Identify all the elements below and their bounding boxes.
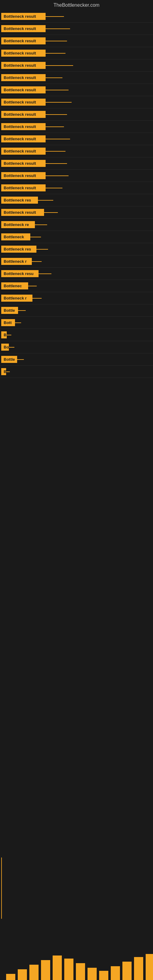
- bottleneck-bar-3: Bottleneck result: [1, 49, 152, 57]
- bar-line-18: [30, 237, 41, 237]
- bottleneck-label-20: Bottleneck r: [1, 258, 32, 265]
- bar-line-24: [18, 310, 26, 311]
- bottleneck-bar-14: Bottleneck result: [1, 185, 152, 191]
- bottleneck-label-0: Bottleneck result: [1, 13, 46, 20]
- bottleneck-label-15: Bottleneck res: [1, 197, 38, 204]
- bar-line-17: [35, 224, 47, 225]
- result-row-7: Bottleneck result: [0, 96, 153, 108]
- result-row-9: Bottleneck result: [0, 121, 153, 133]
- bar-line-20: [32, 261, 41, 262]
- bottleneck-label-16: Bottleneck result: [1, 209, 44, 216]
- result-row-17: Bottleneck re: [0, 219, 153, 231]
- result-row-13: Bottleneck result: [0, 170, 153, 182]
- bar-line-21: [38, 274, 51, 274]
- bar-line-29: [6, 371, 10, 372]
- bottleneck-bar-20: Bottleneck r: [1, 258, 152, 265]
- bar-line-7: [46, 102, 72, 103]
- bottleneck-label-22: Bottlenec: [1, 282, 28, 290]
- bottleneck-bar-16: Bottleneck result: [1, 209, 152, 216]
- bottleneck-bar-2: Bottleneck result: [1, 37, 152, 45]
- result-row-18: Bottleneck: [0, 231, 153, 243]
- result-row-16: Bottleneck result: [0, 207, 153, 219]
- chart-bar-7: [88, 968, 97, 980]
- bar-line-12: [46, 163, 67, 164]
- bar-line-0: [46, 16, 64, 17]
- bottleneck-bar-0: Bottleneck result: [1, 13, 152, 20]
- bottleneck-label-23: Bottleneck r: [1, 294, 32, 302]
- bottleneck-bar-23: Bottleneck r: [1, 294, 152, 302]
- result-row-4: Bottleneck result: [0, 59, 153, 72]
- bottleneck-label-1: Bottleneck result: [1, 25, 46, 32]
- chart-bar-1: [18, 969, 27, 980]
- bar-line-8: [46, 114, 67, 115]
- bottleneck-bar-19: Bottleneck res: [1, 246, 152, 253]
- bar-line-5: [46, 78, 62, 78]
- result-row-2: Bottleneck result: [0, 35, 153, 47]
- result-row-15: Bottleneck res: [0, 194, 153, 207]
- bottleneck-label-18: Bottleneck: [1, 233, 30, 240]
- result-row-24: Bottle: [0, 304, 153, 317]
- result-row-22: Bottlenec: [0, 280, 153, 292]
- bottleneck-bar-22: Bottlenec: [1, 282, 152, 290]
- bottleneck-label-5: Bottleneck result: [1, 74, 46, 81]
- bar-line-16: [44, 212, 58, 213]
- result-row-23: Bottleneck r: [0, 292, 153, 304]
- chart-bar-6: [76, 963, 85, 980]
- bar-line-6: [46, 90, 69, 90]
- chart-bar-12: [146, 954, 153, 980]
- result-row-8: Bottleneck result: [0, 108, 153, 121]
- bar-line-27: [9, 347, 14, 348]
- bottleneck-bar-15: Bottleneck res: [1, 197, 152, 204]
- bottleneck-label-13: Bottleneck result: [1, 172, 46, 179]
- bar-line-2: [46, 41, 67, 41]
- chart-bar-4: [53, 956, 62, 980]
- bar-line-9: [46, 126, 64, 127]
- bottleneck-label-3: Bottleneck result: [1, 49, 46, 57]
- result-row-0: Bottleneck result: [0, 10, 153, 23]
- bottleneck-label-6: Bottleneck result: [1, 86, 46, 94]
- result-row-3: Bottleneck result: [0, 47, 153, 59]
- result-row-20: Bottleneck r: [0, 255, 153, 268]
- bottleneck-label-25: Bott: [1, 319, 15, 326]
- bar-line-23: [32, 298, 41, 299]
- bottleneck-bar-5: Bottleneck result: [1, 74, 152, 81]
- bottleneck-bar-28: Bottle: [1, 356, 152, 363]
- bar-line-14: [46, 188, 62, 188]
- result-row-21: Bottleneck resu: [0, 268, 153, 280]
- bottleneck-bar-21: Bottleneck resu: [1, 270, 152, 277]
- chart-bar-0: [6, 974, 15, 980]
- bottleneck-label-12: Bottleneck result: [1, 160, 46, 167]
- bar-line-4: [46, 65, 73, 66]
- bottleneck-bar-18: Bottleneck: [1, 233, 152, 240]
- bottleneck-bar-11: Bottleneck result: [1, 148, 152, 155]
- bottleneck-label-17: Bottleneck re: [1, 221, 35, 228]
- bottleneck-bar-24: Bottle: [1, 307, 152, 314]
- chart-bar-5: [64, 959, 73, 980]
- bottleneck-label-9: Bottleneck result: [1, 123, 46, 130]
- result-row-27: Bo: [0, 341, 153, 353]
- bottleneck-bar-25: Bott: [1, 319, 152, 326]
- bottleneck-label-27: Bo: [1, 344, 9, 351]
- bar-line-3: [46, 53, 65, 54]
- bar-line-10: [46, 139, 70, 139]
- site-title: TheBottlenecker.com: [0, 0, 153, 10]
- result-row-26: B: [0, 329, 153, 341]
- bottleneck-label-7: Bottleneck result: [1, 99, 46, 106]
- chart-bar-9: [111, 966, 120, 980]
- chart-bar-8: [99, 971, 108, 980]
- bottleneck-bar-6: Bottleneck result: [1, 86, 152, 94]
- chart-bar-10: [123, 962, 132, 980]
- bottleneck-label-29: B: [1, 368, 6, 375]
- bottleneck-label-26: B: [1, 331, 7, 339]
- bottleneck-label-21: Bottleneck resu: [1, 270, 38, 277]
- result-row-1: Bottleneck result: [0, 23, 153, 35]
- bottleneck-bar-12: Bottleneck result: [1, 160, 152, 167]
- result-row-25: Bott: [0, 317, 153, 329]
- bottleneck-bar-4: Bottleneck result: [1, 62, 152, 69]
- bottleneck-bar-17: Bottleneck re: [1, 221, 152, 228]
- result-row-28: Bottle: [0, 353, 153, 366]
- bottleneck-bar-26: B: [1, 331, 152, 339]
- bottleneck-bar-13: Bottleneck result: [1, 172, 152, 179]
- bar-line-11: [46, 151, 65, 151]
- bottleneck-label-2: Bottleneck result: [1, 37, 46, 45]
